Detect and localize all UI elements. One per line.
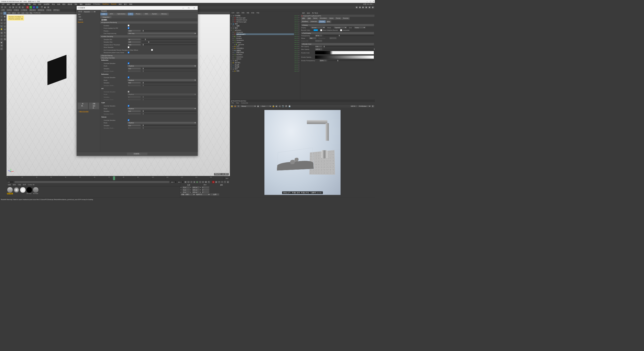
menu-8[interactable]: 运动图形 bbox=[43, 3, 50, 5]
smoke-color-gradient[interactable] bbox=[315, 51, 374, 54]
force-ipr-check[interactable] bbox=[128, 27, 130, 29]
object-name[interactable]: xpExplosiaFX bbox=[236, 33, 294, 35]
mat-menu-3[interactable]: 纹理 bbox=[22, 184, 26, 186]
object-row[interactable]: ⊞▣xpExplosiaFX●●✓ bbox=[230, 33, 300, 35]
view-menu-2[interactable]: 显示 bbox=[17, 12, 20, 14]
view-menu-5[interactable]: 面板 bbox=[30, 12, 33, 14]
object-name[interactable]: Utilities bbox=[236, 42, 294, 43]
axis-mode[interactable]: ✛ bbox=[3, 28, 7, 31]
key-param[interactable]: ◆ bbox=[227, 181, 229, 183]
point-mode[interactable]: ● bbox=[3, 18, 7, 21]
object-name[interactable]: RS Dome Light bbox=[236, 21, 294, 23]
object-row[interactable]: ⊞◆倒角●●✓ bbox=[230, 70, 300, 72]
rv-fit-select[interactable]: Fit Window bbox=[358, 105, 371, 107]
trail-group[interactable]: Trail Display bbox=[301, 32, 374, 34]
dlg-tab-GI[interactable]: GI bbox=[128, 13, 133, 15]
material-chip-2[interactable] bbox=[20, 187, 26, 194]
object-name[interactable]: Modifiers bbox=[236, 54, 294, 55]
rv-settings-icon[interactable]: ⚙ bbox=[371, 105, 374, 108]
timeline-scrub[interactable] bbox=[15, 181, 169, 183]
volume-samples-field[interactable] bbox=[128, 124, 141, 126]
attr-section-display[interactable]: Display bbox=[301, 24, 374, 26]
object-name[interactable]: 内部立方体 bbox=[236, 52, 294, 54]
goto-end[interactable]: ⏭ bbox=[205, 181, 207, 183]
refraction-override-check[interactable] bbox=[128, 76, 130, 78]
object-row[interactable]: ⊞◆流水龙头●●✓ bbox=[230, 62, 300, 64]
unified-group-header[interactable]: Unified Sampling bbox=[100, 35, 198, 37]
axis-y-toggle[interactable]: Y bbox=[29, 6, 32, 9]
object-name[interactable]: Redshift Volume bbox=[236, 19, 294, 20]
menu-15[interactable]: 运动跟踪 bbox=[84, 3, 92, 5]
object-name[interactable]: 开关 bbox=[234, 60, 294, 62]
rv-auto-select[interactable]: - Auto - bbox=[260, 105, 272, 107]
object-name[interactable]: 多边形 bbox=[234, 66, 294, 68]
attr-tab-Modifiers[interactable]: Modifiers bbox=[301, 20, 309, 23]
dlg-tab-SSS[interactable]: SSS bbox=[143, 13, 150, 15]
menu-17[interactable]: RealFlow bbox=[102, 3, 109, 5]
workplane-tool[interactable]: ◫ bbox=[0, 47, 3, 50]
object-name[interactable]: 沙子 bbox=[236, 45, 294, 47]
object-row[interactable]: ⊞?Questions●●✓ bbox=[230, 56, 300, 58]
record-key[interactable]: ● bbox=[212, 181, 215, 183]
material-chip-3[interactable]: RS Volu bbox=[26, 187, 32, 194]
mode-tab-2[interactable]: 球体域 bbox=[13, 9, 19, 11]
dlg-tab-AOV[interactable]: AOV bbox=[108, 13, 115, 15]
attr-menu-2[interactable]: 用户数据 bbox=[311, 12, 318, 14]
coord-size-X[interactable] bbox=[192, 186, 199, 188]
overrides-group-header[interactable]: Sampling Overrides bbox=[100, 57, 198, 59]
loop-toggle[interactable]: ↻ bbox=[208, 181, 210, 183]
refraction-samples-slider[interactable] bbox=[142, 83, 196, 83]
dialog-maximize[interactable]: ▢ bbox=[186, 7, 191, 9]
coord-pos-Y[interactable] bbox=[183, 189, 190, 191]
rv-region-icon[interactable]: ▭ bbox=[278, 105, 281, 108]
menu-2[interactable]: 创建 bbox=[11, 3, 16, 5]
goto-start[interactable]: ⏮ bbox=[184, 181, 187, 183]
light-mode-select[interactable]: Replace bbox=[127, 107, 196, 110]
auto-reduce-check[interactable] bbox=[151, 49, 153, 51]
view-menu-0[interactable]: 查看 bbox=[8, 12, 11, 14]
rv-menu-1[interactable]: View bbox=[235, 102, 239, 104]
symmetry-toggle[interactable]: ⇋ bbox=[3, 37, 7, 41]
spline-tool[interactable]: ～ bbox=[0, 15, 3, 18]
object-name[interactable]: Groups bbox=[236, 35, 294, 37]
mode-tab-7[interactable]: 胶囊域 ▾ bbox=[53, 9, 60, 11]
menu-10[interactable]: 动画 bbox=[56, 3, 61, 5]
rv-lock-icon[interactable]: 🔒 bbox=[231, 105, 234, 108]
layout-2[interactable]: ▦ bbox=[358, 6, 361, 9]
passes-slider[interactable] bbox=[142, 30, 196, 31]
dlg-tab-Photon[interactable]: Photon bbox=[134, 13, 143, 15]
autokey[interactable]: ◉ bbox=[215, 181, 217, 183]
rv-zoom-field[interactable] bbox=[350, 105, 357, 107]
mode-tab-3[interactable]: 立方体域 bbox=[20, 9, 28, 11]
key-rot[interactable]: ᴿ bbox=[224, 181, 226, 183]
minimize-button[interactable]: — bbox=[367, 1, 368, 2]
play-back[interactable]: ◀ bbox=[193, 181, 195, 183]
samples-min-field[interactable] bbox=[128, 38, 141, 40]
rv-atob-icon[interactable]: ⇄ bbox=[285, 105, 288, 108]
menu-3[interactable]: 选择 bbox=[16, 3, 21, 5]
coord-rot-P[interactable] bbox=[202, 189, 209, 191]
step-fwd[interactable]: ▷ bbox=[199, 181, 201, 183]
object-row[interactable]: ⊞◬地面●●✓ bbox=[230, 25, 300, 27]
menu-18[interactable]: Redshift bbox=[110, 3, 117, 5]
object-row[interactable]: ⊞◉Redshift Volume●●✓ bbox=[230, 19, 300, 21]
object-row[interactable]: ⊞▣杯子●●✓ bbox=[230, 68, 300, 70]
rotate-tool[interactable]: ⟲ bbox=[18, 6, 21, 9]
coord-size-mode[interactable]: 绝对尺寸 bbox=[195, 193, 210, 196]
object-name[interactable]: Dynamics bbox=[236, 31, 294, 33]
timeline[interactable]: 0102030405060708090100110120130140 74 F bbox=[7, 176, 230, 180]
attr-menu-0[interactable]: 模式 bbox=[301, 12, 305, 14]
layout-label[interactable]: 界面: RS (用户) bbox=[363, 3, 374, 5]
object-row[interactable]: ⊞◆出流水龙头●●✓ bbox=[230, 48, 300, 50]
object-name[interactable]: 备份 bbox=[234, 27, 294, 29]
object-row[interactable]: ⊟▣开关●●✓ bbox=[230, 60, 300, 62]
max-opacity-field[interactable] bbox=[315, 48, 322, 50]
min-opacity-field[interactable] bbox=[315, 45, 322, 47]
smoke-color-section[interactable]: Smoke Color bbox=[301, 43, 374, 45]
coord-pos-Z[interactable] bbox=[183, 191, 190, 193]
volume-samples-slider[interactable] bbox=[142, 125, 196, 126]
attr-tab-缓存[interactable]: 缓存 bbox=[326, 20, 331, 23]
attr-tab-坐标[interactable]: 坐标 bbox=[306, 17, 312, 20]
samples-max-field[interactable] bbox=[128, 41, 141, 43]
layout-4[interactable]: ▦ bbox=[365, 6, 368, 9]
